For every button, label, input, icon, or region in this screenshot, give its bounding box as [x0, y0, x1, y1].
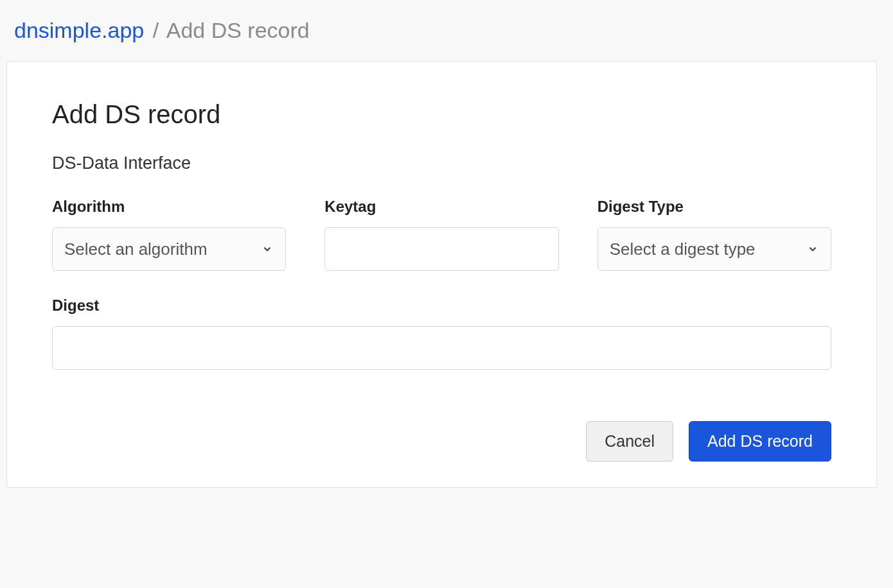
form-card: Add DS record DS-Data Interface Algorith…: [6, 61, 877, 488]
algorithm-label: Algorithm: [52, 198, 286, 216]
digest-input[interactable]: [52, 326, 831, 370]
digest-type-label: Digest Type: [597, 198, 831, 216]
digest-type-group: Digest Type Select a digest type: [597, 198, 831, 271]
breadcrumb-current: Add DS record: [166, 18, 310, 42]
keytag-label: Keytag: [324, 198, 558, 216]
cancel-button[interactable]: Cancel: [586, 421, 673, 462]
page-subtitle: DS-Data Interface: [52, 153, 831, 173]
keytag-group: Keytag: [324, 198, 558, 271]
algorithm-select[interactable]: Select an algorithm: [52, 227, 286, 271]
page-title: Add DS record: [52, 100, 831, 129]
digest-type-select[interactable]: Select a digest type: [597, 227, 831, 271]
breadcrumb: dnsimple.app / Add DS record: [0, 0, 893, 61]
form-row-top: Algorithm Select an algorithm Keytag Dig…: [52, 198, 831, 271]
breadcrumb-domain-link[interactable]: dnsimple.app: [14, 18, 144, 42]
breadcrumb-separator: /: [153, 18, 159, 42]
button-row: Cancel Add DS record: [52, 421, 831, 462]
algorithm-group: Algorithm Select an algorithm: [52, 198, 286, 271]
keytag-input[interactable]: [324, 227, 558, 271]
submit-button[interactable]: Add DS record: [689, 421, 831, 462]
digest-group: Digest: [52, 297, 831, 370]
digest-label: Digest: [52, 297, 831, 315]
